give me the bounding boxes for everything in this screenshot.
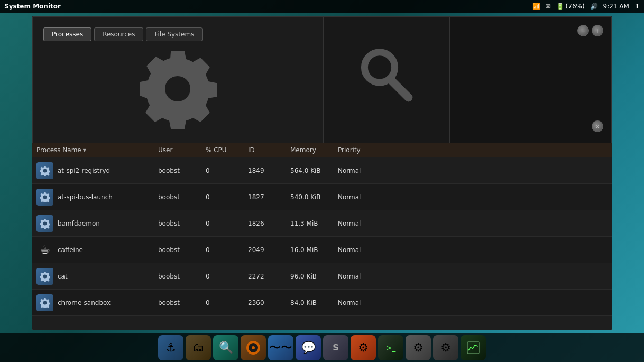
dock-app1[interactable]: ⚙ [351, 335, 376, 360]
cell-user-3: boobst [154, 245, 201, 255]
table-row[interactable]: at-spi2-registryd boobst 0 1849 564.0 Ki… [32, 157, 612, 184]
window-header: Processes Resources File Systems [32, 16, 612, 143]
cell-priority-2: Normal [334, 219, 381, 228]
process-name-4: cat [58, 273, 68, 280]
dock-anchor[interactable]: ⚓ [158, 335, 183, 360]
dock-settings1[interactable]: ⚙ [406, 335, 431, 360]
table-row[interactable]: cat boobst 0 2272 96.0 KiB Normal [32, 263, 612, 290]
close-button-area: × [592, 120, 603, 132]
svg-line-2 [391, 79, 409, 97]
cell-id-4: 2272 [244, 272, 286, 281]
taskbar-bottom: ⚓ 🗂 🔍 〜〜 💬 S ⚙ >_ ⚙ ⚙ [0, 333, 644, 362]
svg-point-6 [43, 195, 47, 199]
system-tray: 📶 ✉ 🔋 (76%) 🔊 9:21 AM ⬆ [532, 3, 640, 10]
cell-id-3: 2049 [244, 245, 286, 255]
search-icon-large [352, 41, 421, 119]
cell-cpu-2: 0 [201, 219, 244, 228]
table-row[interactable]: ☕ caffeine boobst 0 2049 16.0 MiB Normal [32, 237, 612, 263]
dock-steam[interactable]: S [323, 335, 348, 360]
dock-settings2[interactable]: ⚙ [433, 335, 458, 360]
cell-user-4: boobst [154, 272, 201, 281]
dock-chat[interactable]: 💬 [296, 335, 321, 360]
svg-point-4 [43, 169, 47, 172]
col-user[interactable]: User [154, 145, 201, 155]
col-spacer [381, 145, 390, 155]
cell-cpu-5: 0 [201, 298, 244, 308]
dock-terminal[interactable]: >_ [378, 335, 403, 360]
gear-background [43, 47, 312, 133]
table-header-row: Process Name ▼ User % CPU ID Memory Prio… [32, 143, 612, 157]
cell-name-5: chrome-sandbox [32, 293, 154, 312]
dock-vinyl[interactable] [241, 335, 266, 360]
cell-name-4: cat [32, 267, 154, 286]
cell-cpu-1: 0 [201, 192, 244, 202]
clock: 9:21 AM [603, 3, 629, 10]
sort-arrow: ▼ [83, 148, 86, 153]
process-icon-4 [36, 268, 53, 285]
svg-point-8 [43, 221, 47, 225]
tab-processes[interactable]: Processes [43, 27, 91, 41]
maximize-button[interactable]: + [592, 25, 603, 36]
process-icon-0 [36, 162, 53, 179]
tab-bar: Processes Resources File Systems [43, 27, 312, 41]
process-name-1: at-spi-bus-launch [58, 193, 113, 201]
table-row[interactable]: bamfdaemon boobst 0 1826 11.3 MiB Normal [32, 210, 612, 237]
cell-user-1: boobst [154, 192, 201, 202]
dock-audio[interactable]: 〜〜 [268, 335, 293, 360]
cell-memory-1: 540.0 KiB [286, 192, 334, 202]
svg-point-12 [43, 301, 47, 304]
svg-point-0 [165, 76, 190, 101]
process-icon-5 [36, 294, 53, 311]
dock-files[interactable]: 🗂 [186, 335, 211, 360]
header-left: Processes Resources File Systems [32, 16, 323, 143]
cell-cpu-3: 0 [201, 245, 244, 255]
dock-monitor[interactable] [461, 335, 486, 360]
taskbar-top: System Monitor 📶 ✉ 🔋 (76%) 🔊 9:21 AM ⬆ [0, 0, 644, 13]
process-name-2: bamfdaemon [58, 220, 100, 227]
cell-priority-3: Normal [334, 245, 381, 255]
col-cpu[interactable]: % CPU [201, 145, 244, 155]
table-row[interactable]: chrome-sandbox boobst 0 2360 84.0 KiB No… [32, 290, 612, 316]
cell-id-1: 1827 [244, 192, 286, 202]
minimize-button[interactable]: − [577, 25, 589, 36]
header-right: − + × [450, 16, 612, 143]
close-button[interactable]: × [592, 120, 603, 132]
cell-name-1: at-spi-bus-launch [32, 188, 154, 207]
svg-point-15 [252, 346, 255, 349]
battery-indicator: 🔋 (76%) [556, 3, 585, 10]
volume-icon: 🔊 [590, 3, 598, 10]
expand-icon: ⬆ [634, 3, 640, 10]
cell-name-0: at-spi2-registryd [32, 161, 154, 180]
cell-priority-4: Normal [334, 272, 381, 281]
col-memory[interactable]: Memory [286, 145, 334, 155]
col-id[interactable]: ID [244, 145, 286, 155]
process-icon-3: ☕ [36, 242, 53, 258]
tab-filesystems[interactable]: File Systems [146, 27, 203, 41]
cell-memory-0: 564.0 KiB [286, 166, 334, 175]
window-controls: − + [577, 25, 603, 36]
cell-user-5: boobst [154, 298, 201, 308]
table-row[interactable]: at-spi-bus-launch boobst 0 1827 540.0 Ki… [32, 184, 612, 210]
cell-priority-0: Normal [334, 166, 381, 175]
table-body: at-spi2-registryd boobst 0 1849 564.0 Ki… [32, 157, 612, 330]
col-priority[interactable]: Priority [334, 145, 381, 155]
gear-icon-large [135, 47, 220, 133]
cell-memory-2: 11.3 MiB [286, 219, 334, 228]
cell-priority-1: Normal [334, 192, 381, 202]
cell-name-3: ☕ caffeine [32, 240, 154, 259]
tab-resources[interactable]: Resources [94, 27, 143, 41]
cell-id-5: 2360 [244, 298, 286, 308]
cell-name-2: bamfdaemon [32, 214, 154, 233]
col-process-name[interactable]: Process Name ▼ [32, 145, 154, 155]
cell-memory-3: 16.0 MiB [286, 245, 334, 255]
process-icon-1 [36, 189, 53, 206]
process-name-3: caffeine [58, 246, 83, 254]
cell-cpu-4: 0 [201, 272, 244, 281]
cell-memory-4: 96.0 KiB [286, 272, 334, 281]
app-title: System Monitor [4, 3, 61, 10]
dock-search[interactable]: 🔍 [213, 335, 238, 360]
process-icon-2 [36, 215, 53, 232]
cell-user-2: boobst [154, 219, 201, 228]
mail-icon: ✉ [546, 3, 551, 10]
header-middle [323, 16, 450, 143]
